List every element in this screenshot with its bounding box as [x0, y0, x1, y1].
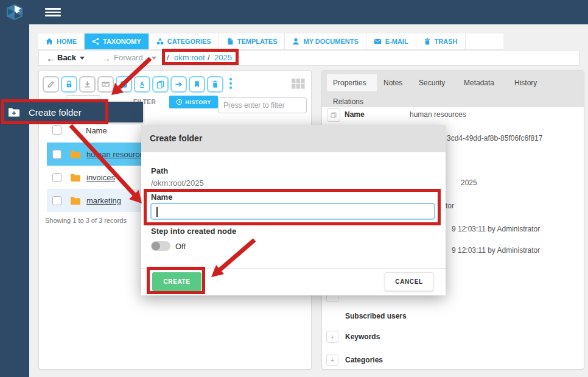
tab-label: TRASH — [435, 38, 458, 45]
records-count: Showing 1 to 3 of 3 records — [45, 217, 127, 224]
row-checkbox[interactable] — [52, 196, 61, 205]
filter-input[interactable] — [218, 97, 307, 113]
tab-label: TAXONOMY — [103, 38, 141, 45]
create-folder-dialog: Create folder Path /okm:root/2025 Name S… — [141, 125, 446, 295]
tab-metadata[interactable]: Metadata — [464, 79, 494, 87]
created-fragment: 9 12:03:11 by Administrator — [452, 225, 540, 233]
create-folder-tooltip[interactable]: Create folder — [0, 102, 143, 122]
navigation-bar: ← Back → Forward / okm:root / 2025 — [38, 50, 579, 66]
tab-security[interactable]: Security — [419, 79, 445, 87]
tab-relations[interactable]: Relations — [333, 97, 363, 106]
delete-icon[interactable] — [207, 76, 223, 93]
step-into-toggle[interactable] — [151, 241, 170, 251]
row-checkbox[interactable] — [52, 150, 61, 159]
back-button[interactable]: Back — [57, 53, 76, 62]
top-bar — [0, 0, 588, 24]
person-icon — [292, 38, 299, 45]
tab-history[interactable]: HISTORY — [169, 96, 218, 108]
templates-icon — [226, 38, 234, 45]
openkm-logo — [6, 4, 23, 20]
font-a-icon[interactable] — [134, 76, 150, 93]
categories-icon — [156, 38, 164, 45]
forward-arrow-icon[interactable]: → — [102, 53, 111, 63]
tab-properties[interactable]: Properties — [333, 79, 366, 87]
back-caret-icon[interactable] — [80, 57, 85, 60]
download-icon[interactable] — [79, 76, 96, 93]
grid-view-icon[interactable] — [292, 79, 305, 89]
folder-link[interactable]: marketing — [86, 196, 121, 205]
lock-icon[interactable] — [61, 76, 77, 93]
keywords-label: Keywords — [345, 333, 380, 341]
property-name-label: Name — [345, 110, 365, 119]
trash-icon — [424, 38, 431, 45]
create-folder-icon — [8, 107, 20, 118]
dialog-title: Create folder — [150, 133, 202, 143]
select-check-icon[interactable] — [116, 76, 132, 93]
text-caret — [156, 207, 158, 217]
tab-label: TEMPLATES — [237, 38, 278, 45]
modified-fragment: 9 12:03:11 by Administrator — [452, 246, 540, 255]
uuid-fragment: 3cd4-49dd-af8b-85f06fc6f817 — [447, 134, 542, 143]
folder-link[interactable]: invoices — [86, 173, 115, 182]
toggle-knob — [152, 242, 160, 250]
forward-button[interactable]: Forward — [114, 53, 143, 62]
properties-tabbar: Properties Notes Security Metadata Histo… — [322, 71, 584, 107]
clock-icon — [176, 99, 183, 105]
folder-link[interactable]: human resources — [86, 150, 147, 159]
pdf-card-icon[interactable] — [97, 76, 114, 93]
main-tabs: HOME TAXONOMY CATEGORIES TEMPLATES MY DO… — [38, 33, 503, 50]
breadcrumb-separator: / — [167, 53, 169, 62]
tab-label: E-MAIL — [385, 38, 408, 45]
folder-icon — [70, 173, 81, 182]
back-arrow-icon[interactable]: ← — [46, 53, 55, 63]
forward-caret-icon[interactable] — [152, 57, 156, 60]
edit-pencil-icon[interactable] — [43, 76, 59, 93]
tab-trash[interactable]: TRASH — [416, 33, 466, 49]
copy-icon[interactable] — [152, 76, 169, 93]
select-all-checkbox[interactable] — [52, 125, 61, 135]
left-sidebar — [0, 24, 29, 377]
create-button[interactable]: CREATE — [152, 272, 201, 291]
owner-fragment: tor — [446, 202, 454, 210]
tab-taxonomy[interactable]: TAXONOMY — [85, 33, 149, 49]
column-header-name: Name — [86, 126, 107, 135]
row-checkbox[interactable] — [52, 173, 61, 182]
breadcrumb-separator: / — [208, 53, 210, 62]
dialog-footer: CREATE CANCEL — [141, 268, 446, 296]
path-fragment: 2025 — [461, 178, 477, 187]
move-arrow-icon[interactable] — [170, 76, 187, 93]
step-into-label: Step into created node — [151, 227, 236, 236]
path-label: Path — [151, 166, 168, 175]
create-folder-tooltip-label: Create folder — [29, 107, 82, 118]
categories-label: Categories — [345, 356, 383, 364]
folder-name-input[interactable] — [150, 203, 435, 220]
more-dots-icon[interactable] — [229, 78, 232, 89]
subscribed-users-label: Subscribed users — [345, 312, 407, 320]
tab-label: HOME — [57, 38, 77, 45]
envelope-icon — [374, 38, 382, 45]
add-category-icon[interactable]: + — [326, 354, 338, 366]
openkm-app: › HOME TAXONOMY CATEGORIES TEMPLATES MY … — [0, 0, 588, 377]
add-keyword-icon[interactable]: + — [326, 331, 338, 343]
tab-history[interactable]: History — [514, 79, 537, 87]
breadcrumb-root-link[interactable]: okm:root — [174, 53, 205, 62]
bookmark-icon[interactable] — [189, 76, 205, 93]
tab-home[interactable]: HOME — [38, 33, 85, 49]
menu-icon[interactable] — [45, 8, 61, 16]
tab-label: CATEGORIES — [167, 38, 211, 45]
folder-icon — [70, 150, 81, 159]
tab-email[interactable]: E-MAIL — [366, 33, 416, 49]
tab-categories[interactable]: CATEGORIES — [149, 33, 219, 49]
home-icon — [46, 38, 53, 45]
tab-templates[interactable]: TEMPLATES — [219, 33, 285, 49]
name-label: Name — [151, 192, 172, 202]
breadcrumb-year-link[interactable]: 2025 — [214, 53, 232, 62]
cancel-button[interactable]: CANCEL — [385, 272, 433, 291]
taxonomy-icon — [92, 38, 99, 45]
tab-label: MY DOCUMENTS — [303, 38, 358, 45]
toggle-state-label: Off — [175, 242, 186, 251]
tab-my-documents[interactable]: MY DOCUMENTS — [285, 33, 366, 49]
tab-notes[interactable]: Notes — [383, 79, 402, 87]
copy-name-icon[interactable] — [327, 108, 340, 122]
property-name-value: human resources — [410, 110, 466, 119]
